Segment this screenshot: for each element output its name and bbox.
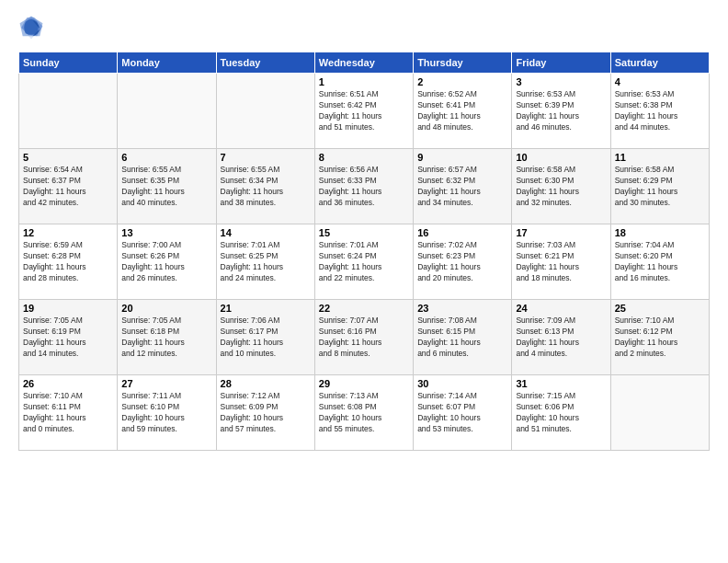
day-number: 21 xyxy=(221,303,311,314)
day-cell: 22Sunrise: 7:07 AM Sunset: 6:16 PM Dayli… xyxy=(314,300,413,375)
day-info: Sunrise: 6:58 AM Sunset: 6:29 PM Dayligh… xyxy=(615,165,705,209)
logo xyxy=(18,15,48,40)
weekday-wednesday: Wednesday xyxy=(314,52,413,74)
day-info: Sunrise: 6:57 AM Sunset: 6:32 PM Dayligh… xyxy=(417,165,507,209)
day-cell: 20Sunrise: 7:05 AM Sunset: 6:18 PM Dayli… xyxy=(118,300,216,375)
day-cell: 6Sunrise: 6:55 AM Sunset: 6:35 PM Daylig… xyxy=(118,149,216,224)
day-info: Sunrise: 6:51 AM Sunset: 6:42 PM Dayligh… xyxy=(319,89,409,133)
day-number: 23 xyxy=(417,303,507,314)
day-number: 4 xyxy=(615,76,705,87)
day-cell: 10Sunrise: 6:58 AM Sunset: 6:30 PM Dayli… xyxy=(512,149,610,224)
day-number: 31 xyxy=(516,378,606,389)
day-cell: 16Sunrise: 7:02 AM Sunset: 6:23 PM Dayli… xyxy=(414,224,512,300)
week-row-2: 5Sunrise: 6:54 AM Sunset: 6:37 PM Daylig… xyxy=(19,149,710,224)
day-info: Sunrise: 7:06 AM Sunset: 6:17 PM Dayligh… xyxy=(221,316,311,360)
day-info: Sunrise: 6:53 AM Sunset: 6:39 PM Dayligh… xyxy=(516,89,606,133)
day-info: Sunrise: 6:54 AM Sunset: 6:37 PM Dayligh… xyxy=(23,165,113,209)
day-info: Sunrise: 7:01 AM Sunset: 6:25 PM Dayligh… xyxy=(221,240,311,284)
weekday-thursday: Thursday xyxy=(414,52,512,74)
day-cell: 2Sunrise: 6:52 AM Sunset: 6:41 PM Daylig… xyxy=(414,74,512,149)
day-number: 30 xyxy=(417,378,507,389)
day-cell: 19Sunrise: 7:05 AM Sunset: 6:19 PM Dayli… xyxy=(19,300,118,375)
week-row-1: 1Sunrise: 6:51 AM Sunset: 6:42 PM Daylig… xyxy=(19,74,710,149)
day-number: 28 xyxy=(221,378,311,389)
day-info: Sunrise: 7:09 AM Sunset: 6:13 PM Dayligh… xyxy=(516,316,606,360)
week-row-4: 19Sunrise: 7:05 AM Sunset: 6:19 PM Dayli… xyxy=(19,300,710,375)
weekday-friday: Friday xyxy=(512,52,610,74)
day-info: Sunrise: 6:59 AM Sunset: 6:28 PM Dayligh… xyxy=(23,240,113,284)
day-number: 2 xyxy=(417,76,507,87)
day-number: 20 xyxy=(121,303,211,314)
day-info: Sunrise: 7:12 AM Sunset: 6:09 PM Dayligh… xyxy=(221,391,311,435)
day-info: Sunrise: 6:53 AM Sunset: 6:38 PM Dayligh… xyxy=(615,89,705,133)
day-cell: 23Sunrise: 7:08 AM Sunset: 6:15 PM Dayli… xyxy=(414,300,512,375)
day-info: Sunrise: 7:03 AM Sunset: 6:21 PM Dayligh… xyxy=(516,240,606,284)
day-number: 6 xyxy=(121,152,211,163)
day-number: 27 xyxy=(121,378,211,389)
header xyxy=(18,15,710,40)
day-number: 12 xyxy=(23,227,113,238)
day-cell: 30Sunrise: 7:14 AM Sunset: 6:07 PM Dayli… xyxy=(414,375,512,451)
weekday-header-row: SundayMondayTuesdayWednesdayThursdayFrid… xyxy=(19,52,710,74)
day-number: 14 xyxy=(221,227,311,238)
day-cell xyxy=(19,74,118,149)
day-cell: 1Sunrise: 6:51 AM Sunset: 6:42 PM Daylig… xyxy=(314,74,413,149)
day-cell: 18Sunrise: 7:04 AM Sunset: 6:20 PM Dayli… xyxy=(610,224,709,300)
day-number: 22 xyxy=(319,303,409,314)
day-cell: 15Sunrise: 7:01 AM Sunset: 6:24 PM Dayli… xyxy=(314,224,413,300)
day-number: 10 xyxy=(516,152,606,163)
week-row-3: 12Sunrise: 6:59 AM Sunset: 6:28 PM Dayli… xyxy=(19,224,710,300)
day-info: Sunrise: 7:01 AM Sunset: 6:24 PM Dayligh… xyxy=(319,240,409,284)
day-number: 8 xyxy=(319,152,409,163)
day-cell: 14Sunrise: 7:01 AM Sunset: 6:25 PM Dayli… xyxy=(216,224,314,300)
day-info: Sunrise: 6:55 AM Sunset: 6:35 PM Dayligh… xyxy=(121,165,211,209)
day-info: Sunrise: 7:15 AM Sunset: 6:06 PM Dayligh… xyxy=(516,391,606,435)
day-cell: 3Sunrise: 6:53 AM Sunset: 6:39 PM Daylig… xyxy=(512,74,610,149)
weekday-tuesday: Tuesday xyxy=(216,52,314,74)
weekday-saturday: Saturday xyxy=(610,52,709,74)
day-number: 3 xyxy=(516,76,606,87)
day-cell: 13Sunrise: 7:00 AM Sunset: 6:26 PM Dayli… xyxy=(118,224,216,300)
weekday-sunday: Sunday xyxy=(19,52,118,74)
day-info: Sunrise: 6:58 AM Sunset: 6:30 PM Dayligh… xyxy=(516,165,606,209)
day-cell: 4Sunrise: 6:53 AM Sunset: 6:38 PM Daylig… xyxy=(610,74,709,149)
day-info: Sunrise: 7:00 AM Sunset: 6:26 PM Dayligh… xyxy=(121,240,211,284)
day-number: 29 xyxy=(319,378,409,389)
logo-icon xyxy=(18,15,44,40)
week-row-5: 26Sunrise: 7:10 AM Sunset: 6:11 PM Dayli… xyxy=(19,375,710,451)
day-info: Sunrise: 6:52 AM Sunset: 6:41 PM Dayligh… xyxy=(417,89,507,133)
day-number: 9 xyxy=(417,152,507,163)
day-cell: 29Sunrise: 7:13 AM Sunset: 6:08 PM Dayli… xyxy=(314,375,413,451)
day-info: Sunrise: 7:10 AM Sunset: 6:11 PM Dayligh… xyxy=(23,391,113,435)
day-cell: 11Sunrise: 6:58 AM Sunset: 6:29 PM Dayli… xyxy=(610,149,709,224)
day-cell: 8Sunrise: 6:56 AM Sunset: 6:33 PM Daylig… xyxy=(314,149,413,224)
day-number: 1 xyxy=(319,76,409,87)
day-number: 11 xyxy=(615,152,705,163)
day-cell: 5Sunrise: 6:54 AM Sunset: 6:37 PM Daylig… xyxy=(19,149,118,224)
day-info: Sunrise: 7:14 AM Sunset: 6:07 PM Dayligh… xyxy=(417,391,507,435)
calendar: SundayMondayTuesdayWednesdayThursdayFrid… xyxy=(18,52,710,451)
day-cell: 27Sunrise: 7:11 AM Sunset: 6:10 PM Dayli… xyxy=(118,375,216,451)
day-cell: 28Sunrise: 7:12 AM Sunset: 6:09 PM Dayli… xyxy=(216,375,314,451)
day-info: Sunrise: 7:05 AM Sunset: 6:19 PM Dayligh… xyxy=(23,316,113,360)
day-cell xyxy=(118,74,216,149)
day-number: 19 xyxy=(23,303,113,314)
day-info: Sunrise: 7:07 AM Sunset: 6:16 PM Dayligh… xyxy=(319,316,409,360)
day-number: 17 xyxy=(516,227,606,238)
day-number: 13 xyxy=(121,227,211,238)
day-info: Sunrise: 7:10 AM Sunset: 6:12 PM Dayligh… xyxy=(615,316,705,360)
day-cell: 25Sunrise: 7:10 AM Sunset: 6:12 PM Dayli… xyxy=(610,300,709,375)
day-number: 25 xyxy=(615,303,705,314)
day-info: Sunrise: 7:02 AM Sunset: 6:23 PM Dayligh… xyxy=(417,240,507,284)
day-cell: 12Sunrise: 6:59 AM Sunset: 6:28 PM Dayli… xyxy=(19,224,118,300)
page: SundayMondayTuesdayWednesdayThursdayFrid… xyxy=(0,0,728,563)
day-number: 18 xyxy=(615,227,705,238)
day-info: Sunrise: 7:13 AM Sunset: 6:08 PM Dayligh… xyxy=(319,391,409,435)
day-info: Sunrise: 6:56 AM Sunset: 6:33 PM Dayligh… xyxy=(319,165,409,209)
day-info: Sunrise: 7:05 AM Sunset: 6:18 PM Dayligh… xyxy=(121,316,211,360)
day-number: 15 xyxy=(319,227,409,238)
day-info: Sunrise: 6:55 AM Sunset: 6:34 PM Dayligh… xyxy=(221,165,311,209)
day-cell: 21Sunrise: 7:06 AM Sunset: 6:17 PM Dayli… xyxy=(216,300,314,375)
day-cell: 7Sunrise: 6:55 AM Sunset: 6:34 PM Daylig… xyxy=(216,149,314,224)
weekday-monday: Monday xyxy=(118,52,216,74)
